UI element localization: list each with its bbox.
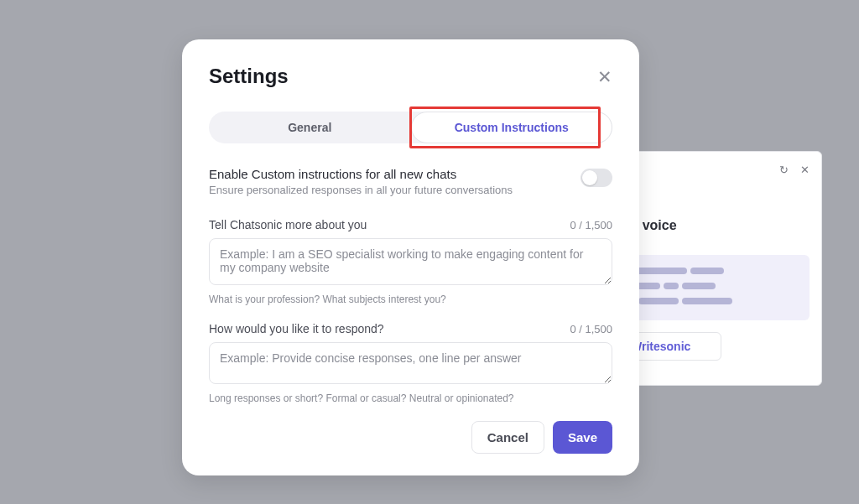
toggle-title: Enable Custom instructions for all new c… bbox=[209, 167, 580, 181]
tab-general-label: General bbox=[288, 121, 331, 134]
field-respond-counter: 0 / 1,500 bbox=[570, 323, 612, 335]
cancel-button-label: Cancel bbox=[487, 430, 528, 444]
field-about-label: Tell Chatsonic more about you bbox=[209, 218, 367, 231]
refresh-icon[interactable]: ↻ bbox=[779, 164, 789, 176]
save-button[interactable]: Save bbox=[553, 421, 612, 454]
field-about-label-row: Tell Chatsonic more about you 0 / 1,500 bbox=[209, 218, 612, 231]
save-button-label: Save bbox=[568, 430, 597, 444]
toggle-row: Enable Custom instructions for all new c… bbox=[209, 167, 612, 196]
field-about-hint: What is your profession? What subjects i… bbox=[209, 294, 612, 305]
toggle-subtitle: Ensure personalized responses in all you… bbox=[209, 184, 580, 196]
field-respond: How would you like it to respond? 0 / 1,… bbox=[209, 322, 612, 404]
field-respond-label-row: How would you like it to respond? 0 / 1,… bbox=[209, 322, 612, 335]
tab-custom-label: Custom Instructions bbox=[455, 121, 569, 134]
tab-general[interactable]: General bbox=[209, 112, 411, 143]
modal-header: Settings ✕ bbox=[209, 65, 612, 88]
cancel-button[interactable]: Cancel bbox=[471, 421, 544, 454]
close-icon[interactable]: ✕ bbox=[597, 68, 612, 86]
respond-textarea[interactable] bbox=[209, 342, 612, 384]
modal-footer: Cancel Save bbox=[209, 421, 612, 454]
tab-custom-wrap: Custom Instructions bbox=[411, 112, 613, 143]
field-about-counter: 0 / 1,500 bbox=[570, 219, 612, 231]
modal-title: Settings bbox=[209, 65, 289, 88]
toggle-knob bbox=[582, 170, 597, 185]
field-respond-hint: Long responses or short? Formal or casua… bbox=[209, 392, 612, 404]
tab-row: General Custom Instructions bbox=[209, 112, 612, 143]
close-icon[interactable]: ✕ bbox=[800, 164, 810, 176]
brand-voice-button-label: Writesonic bbox=[631, 340, 690, 353]
settings-modal: Settings ✕ General Custom Instructions E… bbox=[182, 39, 639, 475]
toggle-text: Enable Custom instructions for all new c… bbox=[209, 167, 580, 196]
tab-custom-instructions[interactable]: Custom Instructions bbox=[411, 112, 613, 143]
field-about-you: Tell Chatsonic more about you 0 / 1,500 … bbox=[209, 218, 612, 305]
enable-instructions-toggle[interactable] bbox=[580, 169, 612, 187]
field-respond-label: How would you like it to respond? bbox=[209, 322, 384, 335]
about-you-textarea[interactable] bbox=[209, 238, 612, 285]
